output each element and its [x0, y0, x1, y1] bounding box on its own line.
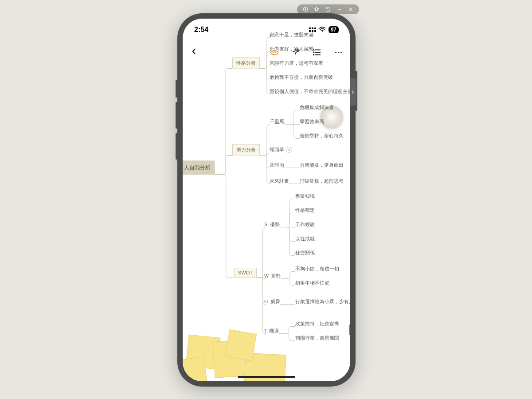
undo-icon[interactable] [325, 6, 331, 12]
mindmap-node[interactable]: 社交關係 [295, 250, 315, 256]
mindmap-node[interactable]: 未來計畫 [270, 178, 289, 184]
mindmap-node[interactable]: 外向友好，待人誠懇 [270, 46, 313, 52]
mindmap-node[interactable]: S. 優勢 [264, 222, 280, 227]
close-icon[interactable] [348, 6, 354, 12]
mindmap-node[interactable]: 不拘小節，相信一切 [295, 266, 339, 272]
mindmap-node[interactable]: 領頭羊1 [270, 147, 292, 153]
mindmap-node[interactable]: 朝陽行業，前景廣闊 [295, 335, 339, 341]
branch-swot[interactable]: SWOT [234, 268, 257, 278]
mindmap-node[interactable]: 打破常規，超前思考 [300, 178, 344, 184]
mindmap-node[interactable]: W. 劣勢 [264, 273, 281, 279]
mindmap-node[interactable]: 危機集成解決者 [300, 105, 334, 110]
mindmap-node[interactable]: 性格穩定 [295, 207, 315, 213]
mindmap-node[interactable]: 重視個人價值，不苛求完美的理想主義者 [270, 89, 350, 94]
phone-screen: 2:54 97 人自我分析 [183, 19, 350, 381]
mindmap-node[interactable]: 善於堅持，耐心持久 [300, 133, 344, 139]
recorder-toolbar[interactable] [297, 4, 359, 14]
star-icon[interactable] [313, 6, 320, 12]
mindmap-root[interactable]: 人自我分析 [183, 161, 215, 175]
branch-personality[interactable]: 性格分析 [232, 58, 260, 69]
mindmap-node[interactable]: 創意十足，技藝未滿 [270, 32, 313, 38]
record-icon[interactable] [302, 6, 309, 12]
mindmap-node[interactable]: 力所能及，挺身而出 [300, 162, 344, 168]
mindmap-canvas[interactable]: 人自我分析 性格分析 潛力分析 SWOT 創意十足，技藝未滿 外向友好，待人誠懇… [183, 19, 350, 381]
mindmap-node[interactable]: T. 機遇 [264, 328, 279, 334]
mindmap-node[interactable]: 言談有力度，思考有深度 [270, 60, 323, 66]
count-badge: 1 [286, 147, 292, 153]
mindmap-node[interactable]: 以往成就 [295, 236, 315, 242]
mindmap-node[interactable]: 敢挑戰不盲從，力圖創新突破 [270, 74, 333, 80]
mindmap-node[interactable]: 政策扶持，社會宣導 [295, 321, 339, 327]
home-indicator[interactable] [238, 376, 295, 378]
mindmap-node[interactable]: 學習效率高 [300, 119, 324, 125]
edge-panel-handle[interactable]: › [349, 78, 356, 106]
mute-switch [176, 80, 177, 98]
mindmap-node[interactable]: 初生牛犢不怕虎 [295, 280, 329, 286]
mindmap-node[interactable]: 行業選擇較為小眾，少有人走的 [295, 299, 350, 305]
branch-potential[interactable]: 潛力分析 [232, 145, 260, 156]
minimize-icon[interactable] [336, 6, 343, 12]
mindmap-node[interactable]: 工作經驗 [295, 222, 315, 227]
phone-frame: › 2:54 97 [177, 13, 356, 387]
mindmap-node[interactable]: 及時雨 [270, 162, 284, 168]
mindmap-node[interactable]: O. 威脅 [264, 299, 280, 305]
mindmap-node[interactable]: 專業知識 [295, 193, 315, 199]
volume-up [176, 102, 177, 129]
svg-point-1 [305, 8, 306, 10]
mindmap-node[interactable]: 千里馬 [270, 119, 284, 125]
mindmap-connectors [183, 19, 350, 381]
volume-down [176, 133, 177, 160]
